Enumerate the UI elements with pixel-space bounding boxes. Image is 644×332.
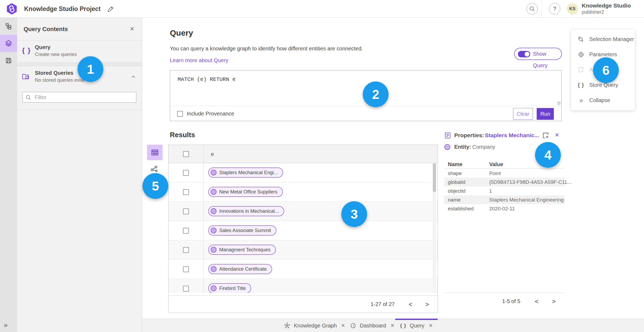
expand-icon: »: [4, 321, 7, 329]
close-tab-button[interactable]: ✕: [429, 323, 433, 329]
collapse-section-button[interactable]: [131, 74, 136, 80]
panel-title: Query Contents: [24, 18, 68, 40]
show-query-label: Show Query: [533, 48, 561, 71]
entity-chip[interactable]: New Metal Office Suppliers: [208, 187, 283, 197]
show-query-toggle[interactable]: Show Query: [514, 48, 562, 60]
entity-chip[interactable]: Attendance Certificate: [208, 264, 272, 274]
row-checkbox[interactable]: [183, 170, 189, 176]
search-button[interactable]: [526, 3, 538, 14]
stored-queries-folder-icon: [21, 72, 30, 81]
toggle-switch-icon: [518, 51, 530, 57]
tab-dashboard[interactable]: Dashboard ✕: [345, 319, 399, 332]
table-row[interactable]: Innovations in Mechanical...: [169, 202, 438, 221]
row-checkbox[interactable]: [183, 286, 189, 292]
edit-title-icon[interactable]: [107, 5, 114, 12]
avatar[interactable]: KS: [567, 3, 578, 14]
entity-label: Entity:: [454, 144, 471, 150]
help-button[interactable]: ?: [549, 3, 560, 14]
run-button[interactable]: Run: [537, 108, 554, 120]
row-checkbox[interactable]: [183, 228, 189, 234]
entity-dot-icon: [211, 189, 217, 195]
properties-header: Properties: Staplers Mechanic... ✕: [444, 131, 565, 140]
results-range-label: 1-27 of 27: [371, 301, 395, 307]
tab-knowledge-graph[interactable]: Knowledge Graph ✕: [279, 319, 350, 332]
expand-rail-button[interactable]: »: [4, 321, 7, 329]
app-root: Knowledge Studio Project ? KS Knowledge …: [0, 0, 644, 332]
next-page-button[interactable]: >: [424, 301, 430, 308]
select-all-checkbox[interactable]: [183, 151, 189, 157]
entity-dot-icon: [211, 227, 217, 233]
table-row[interactable]: Staplers Mechanical Engi...: [169, 163, 438, 182]
entity-chip[interactable]: Firebird Title: [208, 283, 251, 293]
panel-close-button[interactable]: ✕: [130, 26, 134, 32]
property-row: objectid 1: [444, 186, 565, 195]
properties-close-button[interactable]: ✕: [555, 132, 559, 138]
app-logo-icon: [6, 3, 18, 15]
add-to-new-button[interactable]: [542, 132, 549, 139]
table-row[interactable]: New Metal Office Suppliers: [169, 182, 438, 202]
collapse-icon: »: [577, 97, 584, 104]
contents-rail-button[interactable]: [0, 35, 17, 52]
annotation-badge-4: 4: [535, 142, 561, 168]
name-column-header: Name: [448, 161, 462, 167]
search-icon: [25, 95, 31, 100]
close-tab-button[interactable]: ✕: [341, 323, 345, 329]
user-info[interactable]: Knowledge Studio publisher2: [582, 2, 631, 15]
user-name: Knowledge Studio: [582, 2, 631, 9]
data-model-rail-button[interactable]: [0, 18, 17, 35]
table-scrollbar[interactable]: [433, 163, 436, 293]
query-text-area[interactable]: MATCH (e) RETURN e: [178, 76, 236, 83]
prev-page-button[interactable]: <: [534, 298, 540, 305]
selection-manager-item[interactable]: Selection Manager: [571, 32, 635, 47]
entity-chip[interactable]: Sales Associate Summit: [208, 225, 276, 236]
table-row[interactable]: Firebird Title: [169, 279, 438, 293]
braces-icon: { }: [577, 82, 584, 89]
selection-manager-icon: [577, 36, 584, 43]
page-description: You can query a knowledge graph to ident…: [170, 46, 363, 52]
query-item[interactable]: { } Query Create new queries: [17, 40, 142, 62]
row-checkbox[interactable]: [183, 189, 189, 195]
clear-button[interactable]: Clear: [513, 108, 533, 120]
table-row[interactable]: Attendance Certificate: [169, 260, 438, 279]
close-icon: ✕: [130, 26, 134, 32]
entity-chip[interactable]: Innovations in Mechanical...: [208, 206, 284, 216]
table-row[interactable]: Managment Techniques: [169, 240, 438, 260]
row-checkbox[interactable]: [183, 208, 189, 214]
scrollbar-thumb[interactable]: [433, 163, 436, 192]
close-icon: ✕: [555, 132, 559, 138]
view-tab-bar: Knowledge Graph ✕ Dashboard ✕ { } Query …: [142, 319, 644, 332]
learn-more-link[interactable]: Learn more about Query: [170, 57, 228, 64]
braces-icon: { }: [400, 323, 406, 329]
entity-chip[interactable]: Managment Techniques: [208, 245, 276, 255]
link-chart-view-button[interactable]: [150, 165, 159, 174]
row-checkbox[interactable]: [183, 266, 189, 272]
close-tab-button[interactable]: ✕: [390, 323, 394, 329]
save-rail-button[interactable]: [0, 52, 17, 69]
property-row: established 2020-02-11: [444, 204, 565, 213]
include-provenance-checkbox[interactable]: [177, 111, 183, 117]
entity-chip[interactable]: Staplers Mechanical Engi...: [208, 167, 283, 178]
results-table-body: Staplers Mechanical Engi... New Metal Of…: [169, 163, 438, 293]
stored-queries-subtitle: No stored queries exist: [35, 77, 84, 83]
row-checkbox[interactable]: [183, 247, 189, 253]
entity-dot-icon: [211, 208, 217, 214]
next-page-button[interactable]: >: [551, 298, 557, 305]
chevron-up-icon: [131, 74, 136, 80]
table-view-button[interactable]: [147, 145, 163, 160]
value-column-header: Value: [489, 161, 503, 167]
table-row[interactable]: Sales Associate Summit: [169, 221, 438, 240]
collapse-item[interactable]: » Collapse: [571, 93, 635, 108]
properties-entity-link[interactable]: Staplers Mechanic...: [485, 132, 539, 139]
prev-page-button[interactable]: <: [408, 301, 414, 308]
gear-icon: [577, 51, 584, 58]
filter-input[interactable]: [35, 92, 134, 102]
tab-query[interactable]: { } Query ✕: [395, 319, 438, 332]
resize-grip[interactable]: [557, 102, 561, 105]
annotation-badge-3: 3: [341, 201, 367, 227]
query-item-subtitle: Create new queries: [35, 52, 77, 57]
section-divider: [17, 110, 142, 110]
include-provenance-label: Include Provenance: [187, 106, 234, 121]
entity-dot-icon: [211, 247, 217, 253]
editor-footer: Include Provenance Clear Run: [170, 106, 561, 121]
results-table: e Staplers Mechanical Engi... New Metal …: [168, 145, 438, 313]
